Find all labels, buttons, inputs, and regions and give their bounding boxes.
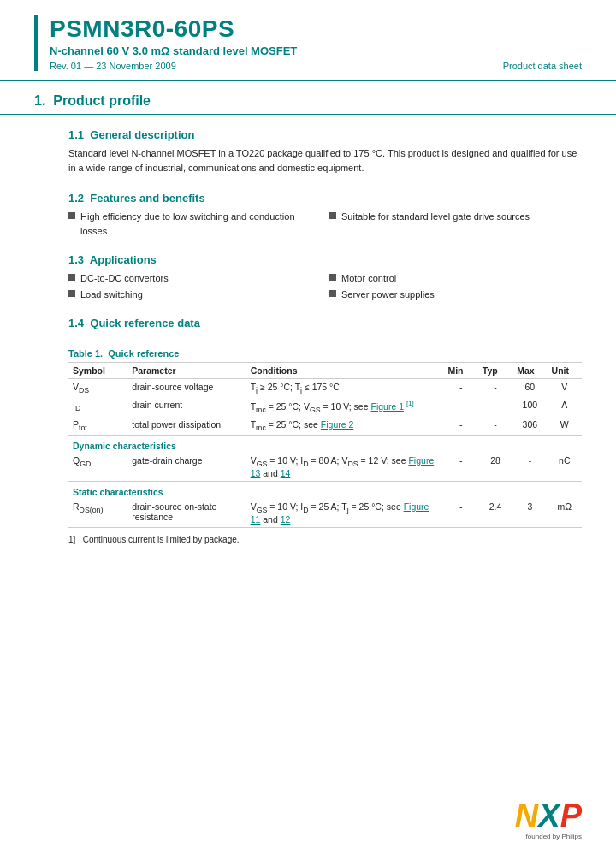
- cell-typ: -: [478, 417, 512, 436]
- cell-unit: W: [548, 417, 582, 436]
- subsection-1-2-title: 1.2 Features and benefits: [68, 192, 582, 205]
- cell-symbol: RDS(on): [68, 499, 127, 528]
- logo-letter-n: N: [515, 799, 538, 832]
- quick-ref-section: Table 1. Quick reference Symbol Paramete…: [0, 338, 616, 548]
- cell-min: -: [443, 417, 477, 436]
- product-subtitle: N-channel 60 V 3.0 mΩ standard level MOS…: [50, 44, 582, 57]
- logo-letter-p: P: [560, 799, 582, 832]
- subsection-1-2: 1.2 Features and benefits High efficienc…: [0, 185, 616, 246]
- product-title: PSMN3R0-60PS: [50, 15, 582, 43]
- footnote-1: 1] Continuous current is limited by pack…: [68, 535, 582, 544]
- cell-min: -: [443, 453, 477, 482]
- table-section-row-dynamic: Dynamic characteristics: [68, 435, 582, 453]
- cell-typ: 28: [478, 453, 512, 482]
- cell-max: 100: [512, 397, 547, 417]
- cell-min: -: [443, 499, 477, 528]
- logo-letter-x: X: [538, 799, 560, 832]
- feature-text: High efficiency due to low switching and…: [80, 210, 321, 238]
- app-text: Load switching: [80, 288, 143, 302]
- section-label-dynamic: Dynamic characteristics: [68, 435, 582, 453]
- subsection-1-1: 1.1 General description Standard level N…: [0, 122, 616, 185]
- quick-reference-table: Symbol Parameter Conditions Min Typ Max …: [68, 362, 582, 528]
- cell-symbol: VDS: [68, 379, 127, 398]
- app-text: Motor control: [341, 271, 396, 286]
- cell-max: 306: [512, 417, 547, 436]
- app-bullet-left-2: Load switching: [68, 288, 321, 302]
- cell-conditions: VGS = 10 V; ID = 80 A; VDS = 12 V; see F…: [246, 453, 444, 482]
- applications-bullet-grid: DC-to-DC convertors Motor control Load s…: [68, 271, 582, 301]
- cell-parameter: drain-source on-state resistance: [127, 499, 246, 528]
- app-bullet-left-1: DC-to-DC convertors: [68, 271, 321, 286]
- cell-symbol: ID: [68, 397, 127, 417]
- cell-unit: mΩ: [548, 499, 582, 528]
- subsection-1-1-title: 1.1 General description: [68, 128, 582, 141]
- section1-title: 1. Product profile: [0, 81, 616, 115]
- feature-bullet-left-1: High efficiency due to low switching and…: [68, 210, 321, 238]
- bullet-icon: [68, 290, 75, 297]
- subsection-1-3: 1.3 Applications DC-to-DC convertors Mot…: [0, 246, 616, 310]
- subsection-1-1-body: Standard level N-channel MOSFET in a TO2…: [68, 146, 582, 175]
- nxp-logo-area: N X P founded by Philips: [515, 799, 582, 840]
- cell-unit: A: [548, 397, 582, 417]
- subsection-1-3-title: 1.3 Applications: [68, 253, 582, 266]
- cell-max: 3: [512, 499, 547, 528]
- cell-typ: -: [478, 379, 512, 398]
- col-header-min: Min: [443, 363, 477, 379]
- doc-type-text: Product data sheet: [503, 61, 582, 71]
- cell-symbol: Ptot: [68, 417, 127, 436]
- cell-unit: V: [548, 379, 582, 398]
- cell-conditions: Tmc = 25 °C; VGS = 10 V; see Figure 1 [1…: [246, 397, 444, 417]
- bullet-icon: [329, 290, 336, 297]
- col-header-parameter: Parameter: [127, 363, 246, 379]
- cell-conditions: Tmc = 25 °C; see Figure 2: [246, 417, 444, 436]
- cell-typ: 2.4: [478, 499, 512, 528]
- col-header-symbol: Symbol: [68, 363, 127, 379]
- feature-bullet-right-1: Suitable for standard level gate drive s…: [329, 210, 582, 238]
- table-header-row: Symbol Parameter Conditions Min Typ Max …: [68, 363, 582, 379]
- col-header-max: Max: [512, 363, 547, 379]
- revision-text: Rev. 01 — 23 November 2009: [50, 61, 176, 71]
- product-revision-row: Rev. 01 — 23 November 2009 Product data …: [50, 61, 582, 71]
- table-section-row-static: Static characteristics: [68, 481, 582, 499]
- cell-max: 60: [512, 379, 547, 398]
- header-text-block: PSMN3R0-60PS N-channel 60 V 3.0 mΩ stand…: [50, 15, 582, 71]
- cell-parameter: gate-drain charge: [127, 453, 246, 482]
- table-label: Table 1. Quick reference: [68, 348, 582, 359]
- table-row: ID drain current Tmc = 25 °C; VGS = 10 V…: [68, 397, 582, 417]
- nxp-logo: N X P: [515, 799, 582, 832]
- header-accent-bar: [34, 15, 38, 71]
- section-label-static: Static characteristics: [68, 481, 582, 499]
- table-row: RDS(on) drain-source on-state resistance…: [68, 499, 582, 528]
- page-header: PSMN3R0-60PS N-channel 60 V 3.0 mΩ stand…: [0, 0, 616, 81]
- app-bullet-right-2: Server power supplies: [329, 288, 582, 302]
- table-row: VDS drain-source voltage Tj ≥ 25 °C; Tj …: [68, 379, 582, 398]
- bullet-icon: [329, 274, 336, 281]
- subsection-1-4: 1.4 Quick reference data: [0, 310, 616, 338]
- col-header-conditions: Conditions: [246, 363, 444, 379]
- cell-parameter: total power dissipation: [127, 417, 246, 436]
- cell-conditions: Tj ≥ 25 °C; Tj ≤ 175 °C: [246, 379, 444, 398]
- col-header-unit: Unit: [548, 363, 582, 379]
- features-bullet-grid: High efficiency due to low switching and…: [68, 210, 582, 238]
- bullet-icon: [68, 212, 75, 219]
- app-text: DC-to-DC convertors: [80, 271, 169, 286]
- cell-symbol: QGD: [68, 453, 127, 482]
- cell-min: -: [443, 379, 477, 398]
- table-row: Ptot total power dissipation Tmc = 25 °C…: [68, 417, 582, 436]
- cell-conditions: VGS = 10 V; ID = 25 A; Tj = 25 °C; see F…: [246, 499, 444, 528]
- cell-min: -: [443, 397, 477, 417]
- logo-tagline: founded by Philips: [515, 833, 582, 840]
- cell-unit: nC: [548, 453, 582, 482]
- col-header-typ: Typ: [478, 363, 512, 379]
- cell-parameter: drain-source voltage: [127, 379, 246, 398]
- cell-typ: -: [478, 397, 512, 417]
- app-bullet-right-1: Motor control: [329, 271, 582, 286]
- cell-parameter: drain current: [127, 397, 246, 417]
- app-text: Server power supplies: [341, 288, 435, 302]
- bullet-icon: [68, 274, 75, 281]
- cell-max: -: [512, 453, 547, 482]
- subsection-1-4-title: 1.4 Quick reference data: [68, 317, 582, 329]
- feature-text: Suitable for standard level gate drive s…: [341, 210, 530, 224]
- bullet-icon: [329, 212, 336, 219]
- table-row: QGD gate-drain charge VGS = 10 V; ID = 8…: [68, 453, 582, 482]
